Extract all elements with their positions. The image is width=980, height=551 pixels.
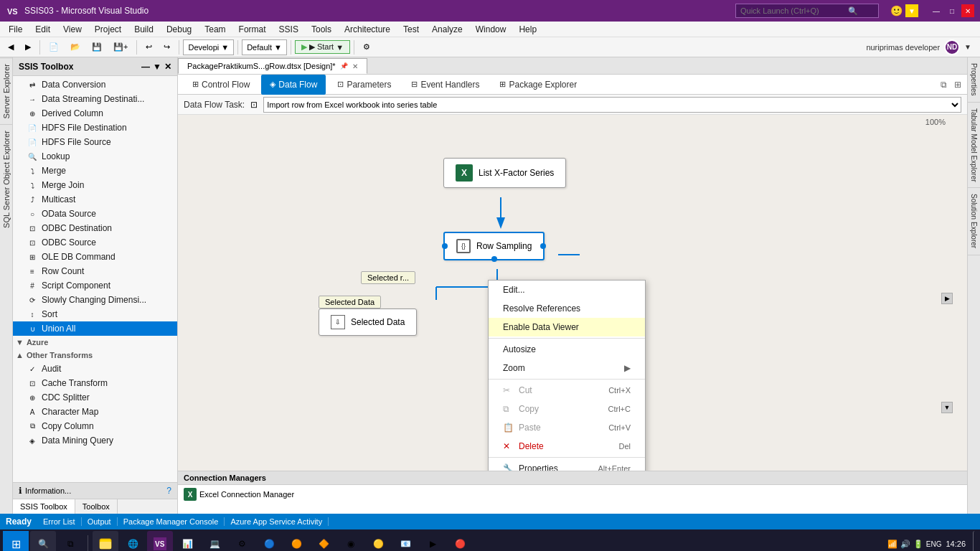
toolbox-item-cache-transform[interactable]: ⊡Cache Transform [13,376,177,390]
toolbox-item-derived-column[interactable]: ⊕Derived Column [13,106,177,121]
task-dropdown[interactable]: Import row from Excel workbook into seri… [263,97,961,113]
close-button[interactable]: ✕ [961,4,974,17]
menu-item-project[interactable]: Project [89,23,127,36]
ctx-paste[interactable]: 📋 Paste Ctrl+V [489,418,645,437]
server-explorer-tab[interactable]: Server Explorer [0,57,12,124]
doc-tab-close[interactable]: ✕ [352,62,358,70]
toolbox-section-other-transforms[interactable]: ▲Other Transforms [13,349,177,362]
toolbox-item-hdfs-file-destination[interactable]: 📄HDFS File Destination [13,121,177,135]
ctx-autosize[interactable]: Autosize [489,340,645,359]
toolbox-item-data-streaming-destinati[interactable]: →Data Streaming Destinati... [13,92,177,106]
menu-item-view[interactable]: View [57,23,88,36]
toolbox-item-merge-join[interactable]: ⤵Merge Join [13,178,177,192]
save-all-button[interactable]: 💾+ [108,39,133,55]
menu-item-analyze[interactable]: Analyze [426,23,468,36]
develop-dropdown[interactable]: Developi ▼ [183,39,234,55]
toolbox-item-union-all[interactable]: ∪Union All [13,321,177,336]
menu-item-tools[interactable]: Tools [306,23,337,36]
new-project-button[interactable]: 📄 [44,39,64,55]
toolbox-item-slowly-changing-dimensi[interactable]: ⟳Slowly Changing Dimensi... [13,293,177,307]
control-flow-tab[interactable]: ⊞ Control Flow [184,75,258,95]
design-canvas[interactable]: X List X-Factor Series {} Row Sampling S… [178,115,967,471]
toolbox-item-character-map[interactable]: ACharacter Map [13,405,177,419]
start-menu-button[interactable]: ⊞ [3,531,29,551]
forward-button[interactable]: ▶ [20,39,36,55]
toolbox-item-script-component[interactable]: #Script Component [13,278,177,293]
taskbar-app1[interactable]: 📊 [174,531,200,551]
taskbar-vs[interactable]: VS [147,531,173,551]
toolbox-tab[interactable]: Toolbox [75,499,118,514]
default-dropdown[interactable]: Default ▼ [242,39,287,55]
doc-tab-pin[interactable]: 📌 [340,62,348,70]
ctx-properties[interactable]: 🔧 Properties Alt+Enter [489,459,645,471]
taskbar-search[interactable]: 🔍 [30,531,56,551]
taskbar-app4[interactable]: 🔵 [256,531,282,551]
ctx-delete[interactable]: ✕ Delete Del [489,437,645,456]
toolbox-item-sort[interactable]: ↕Sort [13,307,177,321]
toolbox-item-odata-source[interactable]: ○OData Source [13,207,177,221]
toolbox-item-odbc-source[interactable]: ⊡ODBC Source [13,235,177,250]
copy-icon[interactable]: ⧉ [941,80,947,90]
toolbox-item-odbc-destination[interactable]: ⊡ODBC Destination [13,221,177,235]
user-chevron[interactable]: ▼ [964,43,971,51]
data-flow-tab[interactable]: ◈ Data Flow [261,75,326,95]
scroll-right[interactable]: ▶ [941,293,953,304]
quick-launch-box[interactable]: 🔍 [735,4,879,18]
toolbox-item-hdfs-file-source[interactable]: 📄HDFS File Source [13,135,177,149]
taskbar-app5[interactable]: 🟠 [283,531,309,551]
toolbox-item-lookup[interactable]: 🔍Lookup [13,149,177,164]
menu-item-team[interactable]: Team [199,23,231,36]
ctx-enable-data-viewer[interactable]: Enable Data Viewer [489,318,645,336]
help-icon[interactable]: ? [166,486,171,496]
toolbox-section-azure[interactable]: ▼Azure [13,336,177,349]
lang-icon[interactable]: ENG [926,540,942,548]
properties-tab[interactable]: Properties [968,57,980,103]
quick-launch-input[interactable] [740,6,848,15]
toolbox-item-merge[interactable]: ⤵Merge [13,164,177,178]
taskbar-browser[interactable]: 🌐 [120,531,146,551]
taskbar-app2[interactable]: 💻 [202,531,227,551]
ctx-copy[interactable]: ⧉ Copy Ctrl+C [489,400,645,418]
excel-source-node[interactable]: X List X-Factor Series [443,158,566,188]
toolbox-item-multicast[interactable]: ⤴Multicast [13,192,177,207]
toolbox-item-data-conversion[interactable]: ⇄Data Conversion [13,77,177,92]
menu-item-build[interactable]: Build [128,23,159,36]
ssis-toolbox-tab[interactable]: SSIS Toolbox [13,499,75,514]
menu-item-test[interactable]: Test [397,23,425,36]
menu-item-debug[interactable]: Debug [161,23,197,36]
toolbox-item-cdc-splitter[interactable]: ⊕CDC Splitter [13,390,177,405]
taskbar-app11[interactable]: 🔴 [447,531,473,551]
taskbar-app8[interactable]: 🟡 [365,531,391,551]
network-icon[interactable]: 📶 [887,540,897,549]
restore-button[interactable]: □ [946,4,958,17]
row-sampling-node[interactable]: {} Row Sampling [443,232,545,260]
volume-icon[interactable]: 🔊 [900,540,910,549]
active-doc-tab[interactable]: PackagePraktikumS...gRow.dtsx [Design]* … [178,58,367,74]
user-avatar[interactable]: ND [944,39,960,55]
output-tab[interactable]: Output [82,517,118,526]
menu-item-architecture[interactable]: Architecture [339,23,396,36]
toolbox-menu-icon[interactable]: ▼ [153,62,161,72]
menu-item-file[interactable]: File [3,23,28,36]
toolbox-item-data-mining-query[interactable]: ◈Data Mining Query [13,433,177,448]
menu-item-help[interactable]: Help [513,23,542,36]
sql-server-tab[interactable]: SQL Server Object Explorer [0,124,12,234]
taskbar-app6[interactable]: 🔶 [311,531,336,551]
solution-explorer-tab[interactable]: Solution Explorer [968,188,980,255]
taskbar-app7[interactable]: ◉ [338,531,364,551]
toolbox-item-copy-column[interactable]: ⧉Copy Column [13,419,177,433]
toolbox-item-audit[interactable]: ✓Audit [13,362,177,376]
grid-icon[interactable]: ⊞ [954,80,961,90]
excel-conn-item[interactable]: X Excel Connection Manager [184,488,294,501]
tabular-model-tab[interactable]: Tabular Model Explorer [968,103,980,189]
azure-activity-tab[interactable]: Azure App Service Activity [225,517,329,526]
show-desktop-button[interactable] [973,531,977,551]
extra-button[interactable]: ⚙ [358,39,375,55]
toolbox-item-row-count[interactable]: ≡Row Count [13,264,177,278]
package-explorer-tab[interactable]: ⊞ Package Explorer [491,75,585,95]
menu-item-window[interactable]: Window [470,23,512,36]
error-list-tab[interactable]: Error List [37,517,82,526]
taskbar-app9[interactable]: 📧 [392,531,418,551]
open-button[interactable]: 📂 [65,39,85,55]
taskbar-app10[interactable]: ▶ [420,531,446,551]
